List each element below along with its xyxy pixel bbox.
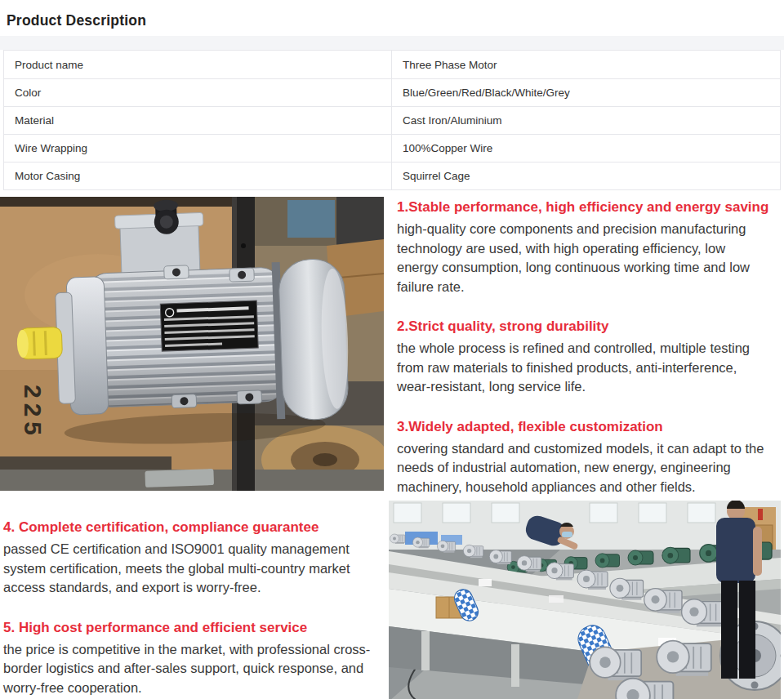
feature-heading: 5. High cost performance and efficient s…	[3, 619, 381, 637]
table-row: Product name Three Phase Motor	[4, 51, 780, 78]
table-row: Color Blue/Green/Red/Black/White/Grey	[4, 78, 780, 106]
spec-value: Three Phase Motor	[392, 51, 780, 78]
motor-shaft-cap	[16, 327, 62, 359]
feature-item: 2.Strict quality, strong durability the …	[397, 318, 769, 397]
factory-photo	[389, 501, 781, 699]
spec-table: Product name Three Phase Motor Color Blu…	[3, 50, 781, 190]
feature-heading: 3.Widely adapted, flexible customization	[397, 418, 769, 436]
spec-label: Material	[4, 107, 392, 134]
spec-value: Cast Iron/Aluminium	[392, 107, 780, 134]
feature-heading: 1.Stable performance, high efficiency an…	[397, 198, 769, 216]
page-title: Product Description	[7, 12, 784, 29]
feature-item: 4. Complete certification, compliance gu…	[3, 519, 381, 598]
motor-nameplate	[160, 301, 258, 351]
worker-standing	[716, 501, 762, 679]
feature-body: passed CE certification and ISO9001 qual…	[3, 540, 381, 598]
spec-value: Squirrel Cage	[392, 163, 780, 189]
motor-drive-end	[55, 277, 109, 416]
feature-heading: 4. Complete certification, compliance gu…	[3, 519, 381, 536]
spec-value: Blue/Green/Red/Black/White/Grey	[392, 79, 780, 106]
motor-fan-cover	[272, 258, 351, 421]
spec-value: 100%Copper Wire	[392, 135, 780, 162]
table-row: Wire Wrapping 100%Copper Wire	[4, 134, 780, 162]
spec-label: Motor Casing	[4, 163, 392, 189]
section-header: Product Description	[0, 0, 784, 36]
motor-photo-illustration: 225	[0, 197, 384, 491]
spec-label: Color	[4, 79, 392, 106]
table-row: Motor Casing Squirrel Cage	[4, 162, 780, 189]
feature-list-bottom: 4. Complete certification, compliance gu…	[0, 501, 387, 699]
section-divider	[0, 36, 784, 50]
feature-body: the whole process is refined and control…	[397, 339, 769, 397]
feature-list-top: 1.Stable performance, high efficiency an…	[384, 197, 784, 491]
spec-label: Product name	[4, 51, 392, 78]
feature-body: covering standard and customized models,…	[397, 439, 769, 497]
feature-item: 3.Widely adapted, flexible customization…	[397, 418, 769, 497]
motor-product-photo: 225	[0, 197, 384, 491]
table-row: Material Cast Iron/Aluminium	[4, 106, 780, 134]
cardboard-stencil-text: 225	[20, 385, 47, 440]
feature-item: 5. High cost performance and efficient s…	[3, 619, 381, 698]
feature-body: the price is competitive in the market, …	[3, 640, 381, 698]
feature-body: high-quality core components and precisi…	[397, 220, 769, 296]
feature-heading: 2.Strict quality, strong durability	[397, 318, 769, 336]
feature-item: 1.Stable performance, high efficiency an…	[397, 198, 769, 296]
factory-photo-illustration	[389, 501, 781, 699]
spec-label: Wire Wrapping	[4, 135, 392, 162]
